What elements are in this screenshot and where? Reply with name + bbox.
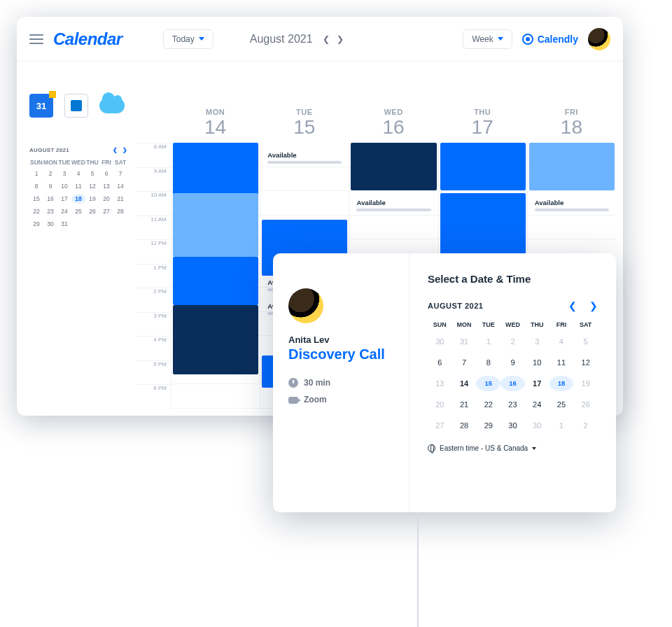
mini-day[interactable]: 21	[113, 194, 127, 204]
booking-dow: SUN	[428, 321, 452, 328]
booking-day[interactable]: 16	[500, 376, 525, 391]
mini-day[interactable]: 2	[43, 169, 57, 178]
view-select[interactable]: Week	[463, 29, 512, 49]
mini-day[interactable]: 22	[29, 206, 43, 216]
mini-next-button[interactable]: ❯	[122, 147, 127, 153]
booking-day[interactable]: 2	[573, 418, 598, 433]
mini-day[interactable]: 11	[71, 181, 85, 191]
mini-day[interactable]: 7	[113, 169, 127, 178]
booking-prev-button[interactable]: ❮	[568, 300, 577, 311]
booking-day[interactable]: 31	[452, 334, 477, 349]
mini-day[interactable]: 13	[99, 181, 113, 191]
mini-day[interactable]: 4	[71, 169, 85, 178]
booking-day[interactable]: 15	[476, 376, 500, 391]
connector-line	[417, 512, 419, 627]
mini-day[interactable]: 31	[57, 219, 71, 229]
booking-day[interactable]: 25	[550, 397, 574, 412]
event-block[interactable]	[351, 143, 436, 190]
booking-day[interactable]: 1	[476, 334, 500, 349]
month-nav: ❮ ❯	[323, 34, 344, 44]
booking-day[interactable]: 30	[500, 418, 525, 433]
booking-day[interactable]: 4	[550, 334, 574, 349]
booking-day[interactable]: 9	[500, 355, 525, 370]
booking-day[interactable]: 27	[428, 418, 452, 433]
mini-day[interactable]: 27	[99, 206, 113, 216]
mini-day[interactable]: 19	[85, 194, 99, 204]
booking-day[interactable]: 17	[525, 376, 550, 391]
mini-day[interactable]: 6	[99, 169, 113, 178]
booking-day[interactable]: 12	[573, 355, 598, 370]
menu-icon[interactable]	[29, 34, 43, 44]
google-calendar-icon[interactable]: 31	[29, 94, 53, 118]
event-block[interactable]	[440, 143, 526, 190]
booking-day[interactable]: 1	[550, 418, 574, 433]
available-slot[interactable]: Available	[263, 148, 346, 167]
mini-day[interactable]: 20	[99, 194, 113, 204]
mini-day[interactable]: 23	[43, 206, 57, 216]
booking-day[interactable]: 5	[573, 334, 598, 349]
booking-day[interactable]: 2	[500, 334, 525, 349]
booking-day[interactable]: 3	[525, 334, 550, 349]
event-block[interactable]	[173, 305, 258, 374]
booking-day[interactable]: 19	[573, 376, 598, 391]
caret-down-icon	[199, 37, 204, 41]
mini-day[interactable]: 17	[57, 194, 71, 204]
timezone-select[interactable]: Eastern time - US & Canada	[428, 444, 598, 452]
booking-day[interactable]: 30	[525, 418, 550, 433]
available-slot[interactable]: Available	[352, 196, 435, 214]
mini-day[interactable]: 9	[43, 181, 57, 191]
mini-day[interactable]: 3	[57, 169, 71, 178]
today-button[interactable]: Today	[163, 29, 214, 49]
booking-day[interactable]: 21	[452, 397, 477, 412]
booking-day[interactable]: 8	[476, 355, 500, 370]
mini-day[interactable]: 26	[85, 206, 99, 216]
mini-day[interactable]: 16	[43, 194, 57, 204]
booking-day[interactable]: 20	[428, 397, 452, 412]
booking-day[interactable]: 11	[550, 355, 574, 370]
booking-dow: SAT	[573, 321, 598, 328]
booking-day[interactable]: 23	[500, 397, 525, 412]
booking-day[interactable]: 30	[428, 334, 452, 349]
booking-day[interactable]: 22	[476, 397, 500, 412]
mini-day[interactable]: 18	[71, 194, 85, 204]
mini-day[interactable]: 5	[85, 169, 99, 178]
mini-day[interactable]: 28	[113, 206, 127, 216]
booking-day[interactable]: 6	[428, 355, 452, 370]
mini-prev-button[interactable]: ❮	[113, 147, 118, 153]
mini-day[interactable]: 10	[57, 181, 71, 191]
booking-day[interactable]: 14	[452, 376, 477, 391]
booking-day[interactable]: 24	[525, 397, 550, 412]
week-day-header: MON14	[171, 108, 260, 139]
cloud-icon[interactable]	[99, 98, 125, 113]
booking-day[interactable]: 7	[452, 355, 477, 370]
mini-day[interactable]: 25	[71, 206, 85, 216]
integrations-row: 31	[29, 94, 125, 118]
event-block[interactable]	[529, 143, 615, 190]
timezone-label: Eastern time - US & Canada	[440, 444, 528, 452]
booking-dow: FRI	[550, 321, 574, 328]
mini-day[interactable]: 12	[85, 181, 99, 191]
booking-next-button[interactable]: ❯	[589, 300, 598, 311]
outlook-icon[interactable]	[64, 94, 88, 118]
booking-day[interactable]: 26	[573, 397, 598, 412]
next-month-button[interactable]: ❯	[337, 34, 344, 44]
mini-day[interactable]: 14	[113, 181, 127, 191]
event-block[interactable]	[173, 193, 258, 257]
user-avatar[interactable]	[588, 28, 610, 50]
mini-day[interactable]: 29	[29, 219, 43, 229]
prev-month-button[interactable]: ❮	[323, 34, 330, 44]
booking-day[interactable]: 28	[452, 418, 477, 433]
mini-day[interactable]: 8	[29, 181, 43, 191]
event-block[interactable]	[173, 257, 258, 304]
booking-day[interactable]: 29	[476, 418, 500, 433]
booking-day[interactable]: 10	[525, 355, 550, 370]
mini-day[interactable]: 15	[29, 194, 43, 204]
booking-day[interactable]: 18	[550, 376, 574, 391]
mini-day[interactable]: 1	[29, 169, 43, 178]
mini-day[interactable]: 24	[57, 206, 71, 216]
booking-dow: WED	[500, 321, 525, 328]
mini-day[interactable]: 30	[43, 219, 57, 229]
available-slot[interactable]: Available	[531, 196, 613, 214]
booking-day[interactable]: 13	[428, 376, 452, 391]
calendly-link[interactable]: Calendly	[522, 34, 578, 45]
